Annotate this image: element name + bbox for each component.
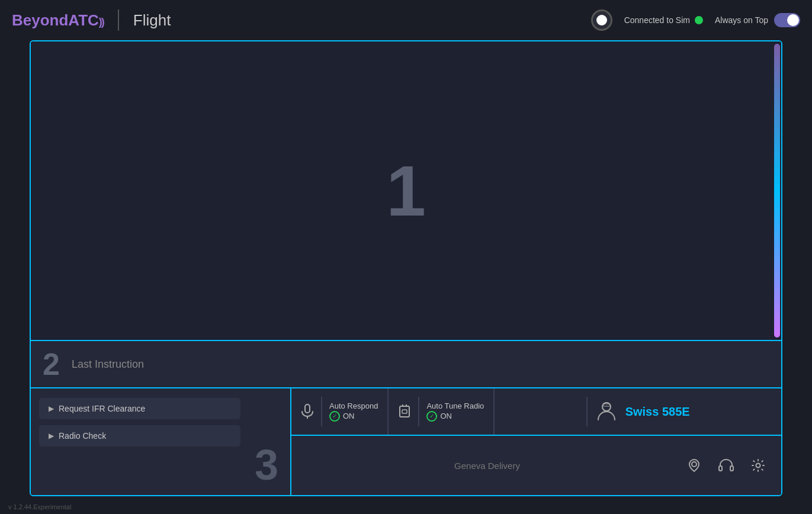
auto-respond-section: Auto Respond ✓ ON bbox=[291, 388, 389, 435]
svg-rect-5 bbox=[402, 410, 407, 413]
panel-3-number: 3 bbox=[255, 441, 278, 489]
mic-icon bbox=[301, 404, 314, 419]
panel-1-number: 1 bbox=[386, 150, 426, 232]
auto-tune-info: Auto Tune Radio ✓ ON bbox=[426, 401, 484, 422]
svg-rect-2 bbox=[400, 406, 409, 417]
panel-4-controls: Auto Respond ✓ ON bbox=[291, 388, 781, 436]
main-container: 1 2 Last Instruction ▶ Request IFR Clear… bbox=[30, 40, 782, 496]
chevron-icon-2: ▶ bbox=[49, 432, 54, 440]
auto-tune-status: ✓ ON bbox=[426, 411, 484, 422]
always-on-top-toggle[interactable] bbox=[774, 13, 800, 27]
auto-respond-on: ON bbox=[343, 412, 355, 420]
panel-2-number: 2 bbox=[43, 346, 60, 382]
bottom-icons bbox=[683, 454, 769, 477]
always-on-top-control: Always on Top bbox=[715, 13, 800, 27]
headphones-button[interactable] bbox=[715, 454, 737, 477]
request-ifr-label: Request IFR Clearance bbox=[59, 404, 145, 413]
svg-point-8 bbox=[692, 462, 697, 467]
always-on-top-label: Always on Top bbox=[715, 15, 768, 25]
auto-tune-section: Auto Tune Radio ✓ ON bbox=[389, 388, 495, 435]
header-right: Connected to Sim Always on Top bbox=[591, 9, 800, 31]
record-inner bbox=[596, 15, 607, 25]
auto-tune-check: ✓ bbox=[426, 411, 437, 422]
connected-label: Connected to Sim bbox=[624, 15, 690, 25]
scrollbar-track[interactable] bbox=[773, 41, 781, 340]
section-divider-2 bbox=[418, 397, 419, 426]
svg-rect-9 bbox=[719, 466, 722, 471]
auto-respond-info: Auto Respond ✓ ON bbox=[329, 401, 378, 422]
radio-check-label: Radio Check bbox=[59, 431, 106, 441]
radio-check-button[interactable]: ▶ Radio Check bbox=[39, 425, 240, 446]
settings-button[interactable] bbox=[747, 454, 769, 477]
auto-tune-on: ON bbox=[440, 412, 452, 420]
toggle-knob bbox=[787, 14, 799, 26]
panel-1-display: 1 bbox=[31, 41, 781, 341]
radio-icon bbox=[398, 404, 411, 419]
bottom-row: ▶ Request IFR Clearance ▶ Radio Check 3 … bbox=[31, 388, 781, 495]
auto-respond-label: Auto Respond bbox=[329, 401, 378, 411]
auto-respond-status: ✓ ON bbox=[329, 411, 378, 422]
logo-text: BeyondATC)) bbox=[12, 11, 104, 30]
pilot-callsign: Swiss 585E bbox=[625, 405, 690, 419]
page-title: Flight bbox=[133, 11, 171, 30]
svg-rect-0 bbox=[305, 404, 310, 413]
auto-tune-label: Auto Tune Radio bbox=[426, 401, 484, 411]
request-ifr-button[interactable]: ▶ Request IFR Clearance bbox=[39, 398, 240, 419]
location-button[interactable] bbox=[683, 454, 705, 477]
section-divider-3 bbox=[586, 397, 588, 426]
atc-station-label: Geneva Delivery bbox=[303, 461, 671, 471]
auto-respond-check: ✓ bbox=[329, 411, 340, 422]
svg-point-11 bbox=[756, 464, 760, 468]
chevron-icon-1: ▶ bbox=[49, 404, 54, 413]
section-divider-1 bbox=[321, 397, 322, 426]
panel-3-actions: ▶ Request IFR Clearance ▶ Radio Check 3 bbox=[31, 388, 291, 495]
main-wrapper: 1 2 Last Instruction ▶ Request IFR Clear… bbox=[0, 40, 812, 496]
panel-2-last-instruction: 2 Last Instruction bbox=[31, 341, 781, 388]
logo-divider bbox=[118, 9, 119, 31]
panel-4: 4 Auto Resp bbox=[291, 388, 781, 495]
last-instruction-label: Last Instruction bbox=[72, 358, 144, 371]
panel-4-bottom: Geneva Delivery bbox=[291, 436, 781, 495]
scrollbar-gradient bbox=[774, 44, 780, 338]
pilot-callsign-section: Swiss 585E bbox=[495, 388, 781, 435]
pilot-icon bbox=[596, 401, 617, 422]
connection-status: Connected to Sim bbox=[624, 15, 703, 25]
app-header: BeyondATC)) Flight Connected to Sim Alwa… bbox=[0, 0, 812, 40]
version-text: v 1.2.44.Experimental bbox=[8, 503, 71, 510]
logo-area: BeyondATC)) Flight bbox=[12, 9, 171, 31]
record-button[interactable] bbox=[591, 9, 612, 31]
svg-rect-10 bbox=[730, 466, 733, 471]
status-dot bbox=[695, 16, 703, 24]
